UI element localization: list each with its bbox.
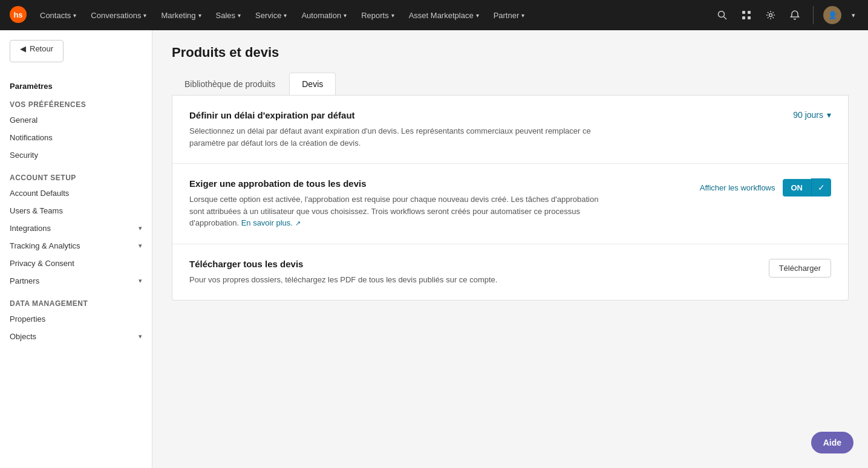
- settings-section-expiration: Définir un délai d'expiration par défaut…: [172, 96, 848, 164]
- approval-action: Afficher les workflows ON ✓: [700, 178, 831, 197]
- sidebar-item-properties[interactable]: Properties: [0, 310, 152, 328]
- chevron-down-icon: ▾: [139, 242, 142, 250]
- download-action: Télécharger: [769, 259, 831, 278]
- expiration-dropdown[interactable]: 90 jours ▾: [793, 110, 831, 120]
- nav-marketing[interactable]: Marketing ▾: [155, 0, 207, 30]
- sidebar: ◀ Retour Paramètres Vos préférences Gene…: [0, 30, 152, 468]
- external-link-icon: ↗: [295, 219, 301, 227]
- chevron-down-icon: ▾: [139, 333, 142, 340]
- svg-line-3: [724, 17, 727, 20]
- sidebar-title: Paramètres: [0, 72, 152, 96]
- nav-reports[interactable]: Reports ▾: [355, 0, 400, 30]
- page-layout: ◀ Retour Paramètres Vos préférences Gene…: [0, 30, 868, 468]
- back-arrow-icon: ◀: [20, 44, 26, 53]
- svg-rect-6: [742, 16, 745, 19]
- nav-partner[interactable]: Partner ▾: [488, 0, 531, 30]
- sidebar-section-account-setup: Account Setup: [0, 164, 152, 184]
- toggle-on-button[interactable]: ON: [783, 179, 812, 197]
- sidebar-item-partners[interactable]: Partners ▾: [0, 272, 152, 290]
- sidebar-item-privacy-consent[interactable]: Privacy & Consent: [0, 255, 152, 272]
- sidebar-item-account-defaults[interactable]: Account Defaults: [0, 184, 152, 202]
- sidebar-section-vos-preferences: Vos préférences: [0, 96, 152, 111]
- svg-rect-7: [748, 16, 751, 19]
- view-workflows-link[interactable]: Afficher les workflows: [700, 183, 775, 192]
- page-title: Produits et devis: [172, 45, 849, 60]
- topnav-divider: [813, 6, 814, 24]
- nav-conversations[interactable]: Conversations ▾: [85, 0, 152, 30]
- sidebar-item-security[interactable]: Security: [0, 146, 152, 164]
- notifications-icon[interactable]: [786, 7, 803, 24]
- chevron-down-icon: ▾: [827, 110, 831, 120]
- chevron-down-icon: ▾: [284, 12, 287, 19]
- svg-text:hs: hs: [13, 10, 22, 19]
- chevron-down-icon: ▾: [344, 12, 347, 19]
- expiration-desc: Sélectionnez un délai par défaut avant e…: [189, 125, 613, 149]
- back-label: Retour: [30, 44, 53, 53]
- aide-button[interactable]: Aide: [811, 432, 853, 453]
- chevron-down-icon[interactable]: ▾: [849, 7, 858, 24]
- svg-rect-4: [742, 11, 745, 14]
- back-button[interactable]: ◀ Retour: [10, 40, 64, 62]
- sidebar-item-general[interactable]: General: [0, 111, 152, 129]
- topnav-right: 👤 ▾: [714, 6, 858, 24]
- expiration-title: Définir un délai d'expiration par défaut: [189, 110, 613, 120]
- chevron-down-icon: ▾: [521, 12, 524, 19]
- svg-point-2: [719, 11, 725, 18]
- chevron-down-icon: ▾: [476, 12, 479, 19]
- expiration-action: 90 jours ▾: [793, 110, 831, 120]
- chevron-down-icon: ▾: [73, 12, 76, 19]
- toggle-on-container: ON ✓: [783, 178, 832, 197]
- main-content: Produits et devis Bibliothèque de produi…: [152, 30, 868, 468]
- nav-service[interactable]: Service ▾: [249, 0, 293, 30]
- sidebar-section-data-management: Data Management: [0, 290, 152, 310]
- tabs: Bibliothèque de produits Devis: [172, 73, 849, 96]
- nav-asset-marketplace[interactable]: Asset Marketplace ▾: [403, 0, 485, 30]
- settings-container: Définir un délai d'expiration par défaut…: [172, 96, 849, 301]
- download-desc: Pour vos propres dossiers, téléchargez l…: [189, 274, 613, 286]
- sidebar-item-notifications[interactable]: Notifications: [0, 129, 152, 146]
- tab-devis[interactable]: Devis: [289, 73, 336, 95]
- tab-product-library[interactable]: Bibliothèque de produits: [172, 73, 288, 95]
- search-icon[interactable]: [714, 7, 731, 24]
- toggle-check-button[interactable]: ✓: [811, 178, 831, 197]
- sidebar-item-users-teams[interactable]: Users & Teams: [0, 202, 152, 219]
- svg-rect-5: [748, 11, 751, 14]
- download-title: Télécharger tous les devis: [189, 259, 613, 269]
- sidebar-item-tracking-analytics[interactable]: Tracking & Analytics ▾: [0, 237, 152, 255]
- approval-title: Exiger une approbation de tous les devis: [189, 178, 613, 189]
- checkmark-icon: ✓: [818, 183, 825, 192]
- approval-desc: Lorsque cette option est activée, l'appr…: [189, 193, 613, 229]
- svg-point-8: [769, 14, 772, 17]
- learn-more-link[interactable]: En savoir plus. ↗: [241, 218, 301, 227]
- chevron-down-icon: ▾: [143, 12, 146, 19]
- nav-contacts[interactable]: Contacts ▾: [34, 0, 82, 30]
- nav-sales[interactable]: Sales ▾: [210, 0, 247, 30]
- chevron-down-icon: ▾: [139, 224, 142, 232]
- chevron-down-icon: ▾: [391, 12, 394, 19]
- settings-section-download: Télécharger tous les devis Pour vos prop…: [172, 244, 848, 301]
- settings-icon[interactable]: [762, 7, 779, 24]
- settings-section-approval: Exiger une approbation de tous les devis…: [172, 164, 848, 244]
- sidebar-item-integrations[interactable]: Integrations ▾: [0, 219, 152, 237]
- chevron-down-icon: ▾: [139, 277, 142, 285]
- nav-automation[interactable]: Automation ▾: [295, 0, 353, 30]
- apps-icon[interactable]: [738, 7, 755, 24]
- topnav: hs Contacts ▾ Conversations ▾ Marketing …: [0, 0, 868, 30]
- sidebar-item-objects[interactable]: Objects ▾: [0, 328, 152, 345]
- user-avatar[interactable]: 👤: [823, 6, 841, 24]
- chevron-down-icon: ▾: [198, 12, 201, 19]
- chevron-down-icon: ▾: [238, 12, 241, 19]
- download-button[interactable]: Télécharger: [769, 259, 831, 278]
- hubspot-logo[interactable]: hs: [10, 6, 27, 25]
